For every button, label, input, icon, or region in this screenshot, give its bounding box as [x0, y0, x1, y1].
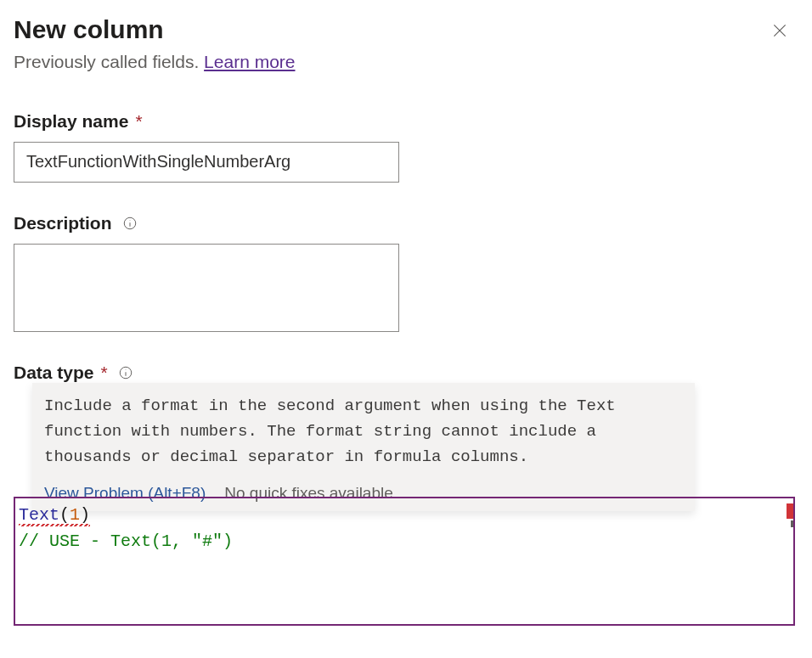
diagnostic-message: Include a format in the second argument … — [44, 393, 683, 470]
error-gutter-marker — [787, 503, 793, 519]
required-indicator: * — [135, 111, 142, 132]
info-icon[interactable] — [118, 365, 133, 380]
formula-comment: // USE - Text(1, "#") — [19, 528, 790, 554]
formula-editor[interactable]: Text(1) // USE - Text(1, "#") — [14, 497, 795, 626]
info-icon[interactable] — [122, 216, 138, 231]
error-underline: Text(1) — [19, 505, 90, 525]
svg-point-4 — [129, 220, 130, 221]
required-indicator: * — [101, 363, 108, 383]
display-name-input[interactable] — [14, 142, 399, 183]
panel-subtitle: Previously called fields. Learn more — [14, 52, 798, 72]
subtitle-prefix: Previously called fields. — [14, 52, 204, 71]
scroll-thumb-marker — [791, 520, 793, 527]
close-button[interactable] — [766, 17, 793, 44]
diagnostic-tooltip: Include a format in the second argument … — [32, 383, 695, 511]
close-icon — [771, 22, 788, 39]
data-type-label: Data type * — [14, 363, 133, 383]
learn-more-link[interactable]: Learn more — [204, 52, 295, 71]
description-label: Description — [14, 213, 138, 233]
panel-title: New column — [14, 15, 164, 45]
display-name-label: Display name * — [14, 111, 143, 132]
svg-point-7 — [125, 369, 126, 370]
formula-line: Text(1) — [19, 502, 90, 528]
description-input[interactable] — [14, 244, 399, 332]
